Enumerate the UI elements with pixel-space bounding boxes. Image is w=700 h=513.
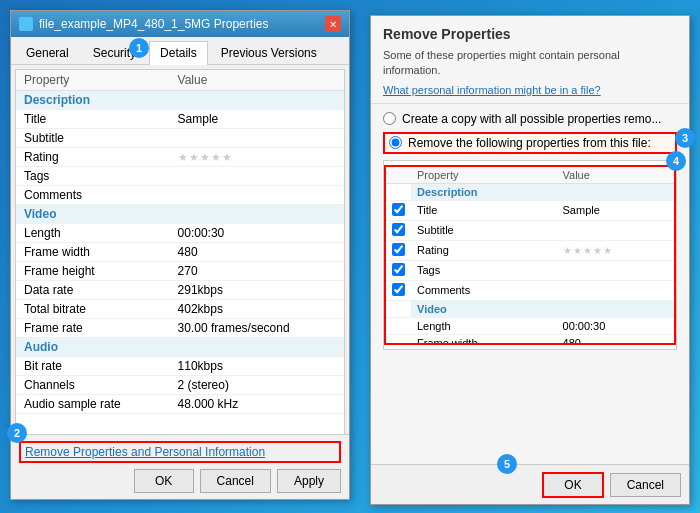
right-panel-header: Remove Properties Some of these properti… [371, 16, 689, 104]
inner-properties-table: Property Value Description Title Sample [386, 167, 674, 345]
cancel-button[interactable]: Cancel [200, 469, 271, 493]
tab-details[interactable]: Details [149, 41, 208, 65]
tab-bar: General Security Details Previous Versio… [11, 37, 349, 65]
table-row: Subtitle [16, 129, 344, 148]
radio-copy-label: Create a copy with all possible properti… [402, 112, 661, 126]
right-panel-desc: Some of these properties might contain p… [383, 48, 677, 79]
personal-info-link[interactable]: What personal information might be in a … [383, 84, 601, 96]
tab-general[interactable]: General [15, 41, 80, 64]
badge-3: 3 [675, 128, 695, 148]
left-properties-window: file_example_MP4_480_1_5MG Properties ✕ … [10, 10, 350, 500]
right-ok-button[interactable]: OK [542, 472, 603, 498]
inner-rating-stars: ★★★★★ [563, 245, 613, 256]
bottom-buttons: OK Cancel Apply [19, 469, 341, 493]
radio-remove[interactable]: Remove the following properties from thi… [383, 132, 677, 154]
rating-stars: ★★★★★ [178, 151, 233, 163]
apply-button[interactable]: Apply [277, 469, 341, 493]
inner-video-header: Video [411, 300, 674, 317]
close-button[interactable]: ✕ [325, 16, 341, 32]
right-cancel-button[interactable]: Cancel [610, 473, 681, 497]
table-row: Length00:00:30 [16, 224, 344, 243]
table-row: Frame width 480 [386, 334, 674, 345]
col-property: Property [16, 70, 170, 91]
properties-content: Property Value Description TitleSample S… [15, 69, 345, 467]
inner-col-value: Value [557, 167, 674, 184]
ok-button[interactable]: OK [134, 469, 194, 493]
remove-properties-window: Remove Properties Some of these properti… [370, 15, 690, 505]
video-header: Video [16, 205, 344, 224]
right-final-buttons: Select All 5 OK Cancel [371, 464, 689, 504]
inner-col-property: Property [411, 167, 557, 184]
right-panel-title: Remove Properties [383, 26, 677, 42]
table-row: Bit rate110kbps [16, 357, 344, 376]
table-row: Subtitle [386, 220, 674, 240]
table-row: Channels2 (stereo) [16, 376, 344, 395]
table-row: Tags [386, 260, 674, 280]
cb-title[interactable] [392, 203, 405, 216]
cb-comments[interactable] [392, 283, 405, 296]
table-row: Length 00:00:30 [386, 317, 674, 334]
table-row: Title Sample [386, 200, 674, 220]
radio-copy-input[interactable] [383, 112, 396, 125]
badge-2: 2 [7, 423, 27, 443]
badge-1: 1 [129, 38, 149, 58]
table-row: Frame width480 [16, 243, 344, 262]
cb-subtitle[interactable] [392, 223, 405, 236]
window-titlebar: file_example_MP4_480_1_5MG Properties ✕ [11, 11, 349, 37]
badge-4: 4 [666, 151, 686, 171]
table-row: Rating★★★★★ [16, 148, 344, 167]
table-row: TitleSample [16, 110, 344, 129]
table-row: Data rate291kbps [16, 281, 344, 300]
cb-tags[interactable] [392, 263, 405, 276]
inner-properties-table-container: Property Value Description Title Sample [384, 165, 676, 345]
description-header: Description [16, 91, 344, 110]
table-row: Tags [16, 167, 344, 186]
audio-header: Audio [16, 338, 344, 357]
panel-bottom: 2 Remove Properties and Personal Informa… [11, 434, 349, 499]
radio-remove-input[interactable] [389, 136, 402, 149]
table-row: Rating ★★★★★ [386, 240, 674, 260]
table-row: Comments [16, 186, 344, 205]
right-panel-body: 3 Create a copy with all possible proper… [371, 104, 689, 360]
table-row: Total bitrate402kbps [16, 300, 344, 319]
table-row: Frame height270 [16, 262, 344, 281]
inner-description-header: Description [411, 183, 674, 200]
file-icon [19, 17, 33, 31]
cb-rating[interactable] [392, 243, 405, 256]
window-title: file_example_MP4_480_1_5MG Properties [39, 17, 268, 31]
table-row: Audio sample rate48.000 kHz [16, 395, 344, 414]
tab-previous-versions[interactable]: Previous Versions [210, 41, 328, 64]
table-row: Comments [386, 280, 674, 300]
badge-5: 5 [497, 454, 517, 474]
properties-table: Property Value Description TitleSample S… [16, 70, 344, 414]
col-value: Value [170, 70, 344, 91]
remove-properties-link[interactable]: Remove Properties and Personal Informati… [19, 441, 341, 463]
radio-copy[interactable]: Create a copy with all possible properti… [383, 112, 677, 126]
radio-remove-label: Remove the following properties from thi… [408, 136, 651, 150]
table-row: Frame rate30.00 frames/second [16, 319, 344, 338]
